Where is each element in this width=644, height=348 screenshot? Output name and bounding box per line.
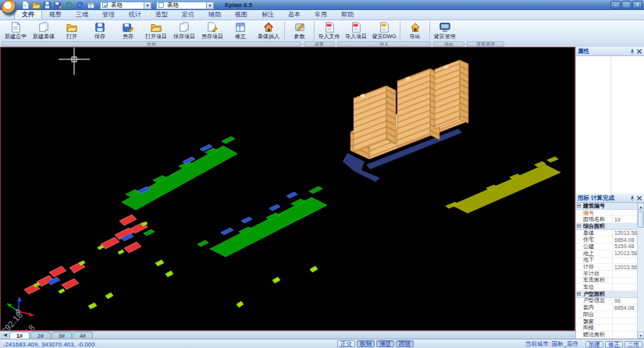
building-cluster-red-1[interactable] — [98, 215, 148, 254]
scroll-up-icon[interactable]: ▲ — [638, 203, 644, 210]
window-control-button[interactable]: □ — [621, 1, 632, 9]
toolbar-button[interactable]: 另存项目 — [198, 21, 226, 41]
properties-panel-body[interactable] — [576, 56, 644, 194]
indicators-panel-title: 指标 计算完成 — [578, 194, 628, 202]
document-tab[interactable]: 1# — [9, 332, 30, 339]
toolbar-button[interactable]: 导入项目 — [342, 21, 370, 41]
status-bar: -241683.409, 343070.403, -0.000 正交极轴捕捉跟随… — [0, 339, 644, 348]
ribbon-tab[interactable]: 统计 — [122, 9, 148, 20]
tab-scroll-left-icon[interactable]: ◀ — [1, 332, 9, 339]
scrollbar[interactable]: ▲ ▼ — [637, 203, 644, 339]
ribbon-tab[interactable]: 视图 — [228, 9, 254, 20]
document-tab[interactable]: 4# — [73, 332, 93, 339]
document-tab[interactable]: 2# — [30, 332, 51, 339]
building-footprint-olive[interactable] — [446, 157, 560, 213]
status-action-button[interactable]: 修正 — [605, 341, 623, 348]
ribbon-tab[interactable]: 管理 — [95, 9, 122, 20]
svg-text:02.18: 02.18 — [16, 323, 37, 331]
ribbon-tab[interactable]: 帮助 — [334, 9, 361, 20]
toolbar-button[interactable]: 另存 — [114, 21, 142, 41]
ribbon-group-label: 导入 — [337, 41, 431, 47]
ribbon-tab[interactable]: 三维 — [69, 9, 95, 20]
drawing-canvas[interactable]: 692.18 02.18 — [0, 47, 575, 331]
style-combo-2[interactable]: 表格 ▾ — [156, 2, 214, 9]
scrollbar-thumb[interactable] — [638, 211, 644, 228]
collapse-icon[interactable] — [577, 224, 581, 228]
building-3d-beige[interactable] — [343, 60, 468, 182]
chevron-down-icon[interactable]: ▾ — [206, 2, 213, 9]
quick-access-button[interactable] — [42, 1, 52, 9]
checkbox-icon[interactable] — [102, 2, 108, 8]
building-footprint-green-1[interactable] — [122, 137, 237, 210]
combo-value: 表格 — [165, 2, 206, 9]
indicators-panel: 指标 计算完成 建筑编号编号图纸名称1#综合面积单体12013.56住宅6854… — [576, 194, 644, 339]
status-action-button[interactable]: 二维 — [624, 341, 642, 348]
ribbon-tab[interactable]: 规整 — [42, 9, 69, 20]
ribbon-tab[interactable]: 造型 — [148, 9, 175, 20]
ribbon-group-labels: 文件设置导入导出背景管理 — [0, 41, 644, 47]
toolbar-button[interactable]: 新建单体 — [30, 21, 58, 41]
properties-panel-title: 属性 — [578, 48, 628, 55]
toolbar-button[interactable]: 背景DWG — [370, 21, 398, 41]
property-row[interactable]: 赠送面积 — [576, 332, 637, 339]
window-controls: –□× — [610, 1, 642, 9]
ribbon-toolbar: 新建总平新建单体打开保存另存打开项目保存项目另存项目修正单体插入参数导入文件导入… — [0, 20, 644, 41]
quick-access-button[interactable] — [31, 1, 41, 9]
status-toggle-button[interactable]: 极轴 — [357, 340, 375, 347]
scroll-down-icon[interactable]: ▼ — [638, 332, 644, 339]
ribbon-tab[interactable]: 文件 — [14, 9, 42, 20]
building-cluster-red-2[interactable] — [24, 261, 85, 294]
toolbar-button[interactable]: 打开 — [58, 21, 86, 41]
style-combo-1[interactable]: 表格 ▾ — [100, 2, 151, 9]
toolbar-button[interactable]: 打开项目 — [142, 21, 170, 41]
document-tab[interactable]: 3# — [52, 332, 72, 339]
ribbon-tab[interactable]: 标注 — [254, 9, 281, 20]
quick-access-button[interactable] — [20, 1, 30, 9]
window-control-button[interactable]: – — [610, 1, 621, 9]
ribbon-tab[interactable]: 定位 — [175, 9, 201, 20]
toolbar-button[interactable]: 背景管理 — [429, 21, 457, 41]
window-control-button[interactable]: × — [632, 1, 642, 9]
toolbar-button[interactable]: 导出 — [400, 21, 428, 41]
chevron-down-icon[interactable]: ▾ — [144, 2, 151, 9]
close-icon[interactable] — [636, 195, 642, 201]
ribbon-tab[interactable]: 常用 — [308, 9, 334, 20]
quick-access-button[interactable] — [53, 1, 62, 9]
toolbar-button[interactable]: 修正 — [226, 21, 254, 41]
status-action-button[interactable]: 加建 — [585, 341, 603, 348]
current-city-label: 当前城市: 国标_居住 — [525, 340, 578, 348]
toolbar-button[interactable]: 导入文件 — [314, 21, 342, 41]
indicator-grid: 建筑编号编号图纸名称1#综合面积单体12013.56住宅6854.08公建515… — [576, 203, 637, 339]
pin-icon[interactable] — [629, 48, 635, 55]
status-toggle-button[interactable]: 正交 — [337, 340, 355, 347]
ribbon-tab[interactable]: 基本 — [281, 9, 308, 20]
ribbon-tab[interactable]: 辅助 — [201, 9, 228, 20]
quick-access-button[interactable] — [64, 1, 73, 9]
toolbar-button[interactable]: 参数 — [284, 21, 312, 41]
toolbar-button[interactable]: 保存项目 — [170, 21, 198, 41]
quick-access-button[interactable] — [75, 1, 84, 9]
tree-markers[interactable] — [88, 260, 318, 309]
status-toggle-button[interactable]: 跟随 — [396, 340, 414, 347]
right-panel-column: 属性 指标 计算完成 建筑编号编号图纸名称1#综合面积单体12013.56住宅6… — [575, 47, 644, 339]
checkbox-icon[interactable] — [158, 2, 164, 8]
properties-panel: 属性 — [576, 47, 644, 194]
window-title: Eplan 6.5 — [225, 2, 252, 9]
cursor-coordinates: -241683.409, 343070.403, -0.000 — [3, 341, 95, 348]
app-logo-icon[interactable] — [2, 0, 17, 16]
pin-icon[interactable] — [629, 195, 635, 201]
status-toggle-button[interactable]: 捕捉 — [376, 340, 394, 347]
toolbar-button[interactable]: 单体插入 — [254, 21, 283, 41]
ribbon-group-label: 背景管理 — [467, 41, 504, 47]
close-icon[interactable] — [636, 48, 642, 55]
quick-access-button[interactable] — [86, 1, 95, 9]
dimension-text: 692.18 02.18 — [1, 310, 37, 331]
collapse-icon[interactable] — [577, 292, 581, 296]
ribbon-group-label: 导出 — [433, 41, 464, 47]
collapse-icon[interactable] — [577, 204, 581, 208]
document-tab-bar: ◀ 1#2#3#4# — [0, 331, 575, 339]
building-footprint-green-2[interactable] — [144, 186, 327, 257]
toolbar-button[interactable]: 保存 — [86, 21, 114, 41]
application-window: 表格 ▾ 表格 ▾ Eplan 6.5 –□× 文件规整三维管理统计造型定位辅助… — [0, 0, 644, 348]
toolbar-button[interactable]: 新建总平 — [2, 21, 30, 41]
